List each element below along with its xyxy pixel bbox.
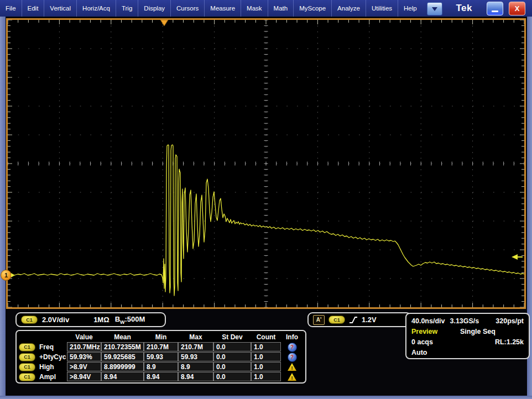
table-row: C1+DtyCyc 59.93% 59.925685 59.93 59.93 0…	[17, 352, 305, 362]
trigger-level: 1.2V	[362, 316, 377, 324]
cell-count: 1.0	[251, 372, 281, 381]
menu-item-trig[interactable]: Trig	[116, 0, 138, 17]
minimize-icon	[492, 11, 498, 12]
input-impedance: 1MΩ	[93, 316, 109, 324]
channel-badge: C1	[19, 343, 35, 351]
cell-stdev: 0.0	[213, 362, 251, 371]
measurement-label: Freq	[39, 343, 54, 351]
vertical-scale: 2.0V/div	[42, 316, 69, 324]
minimize-button[interactable]	[487, 2, 503, 15]
rising-edge-icon	[349, 316, 358, 324]
cell-count: 1.0	[251, 362, 281, 371]
table-row: C1High >8.9V 8.8999999 8.9 8.9 0.0 1.0 !	[17, 362, 305, 372]
header-info: Info	[281, 332, 303, 342]
chevron-down-icon	[432, 7, 437, 11]
cell-min: 8.9	[144, 362, 178, 371]
cell-min: 210.7M	[144, 342, 178, 351]
close-icon: X	[515, 4, 520, 13]
menu-item-mask[interactable]: Mask	[241, 0, 268, 17]
bandwidth-label: BW:500M	[115, 315, 145, 325]
trigger-channel-badge: C1	[328, 316, 345, 324]
waveform-display	[6, 18, 526, 309]
record-length: RL:1.25k	[495, 338, 524, 346]
channel-1-marker-label: 1	[4, 272, 8, 279]
cell-value: >8.9V	[67, 362, 101, 371]
info-question-icon[interactable]: ?	[288, 353, 297, 362]
measurement-label: Ampl	[39, 373, 56, 381]
info-question-icon[interactable]: ?	[288, 343, 297, 352]
trigger-mode: Auto	[411, 349, 427, 356]
cell-min: 8.94	[144, 372, 178, 381]
acquisition-count: 0 acqs	[411, 338, 433, 346]
oscilloscope-screen: File Edit Vertical Horiz/Acq Trig Displa…	[0, 0, 532, 399]
resolution: 320ps/pt	[496, 317, 524, 325]
menu-item-cursors[interactable]: Cursors	[171, 0, 205, 17]
channel-badge: C1	[19, 353, 35, 361]
menu-item-vertical[interactable]: Vertical	[44, 0, 77, 17]
menu-item-horiz-acq[interactable]: Horiz/Acq	[77, 0, 116, 17]
window-frame-bottom	[0, 396, 532, 399]
acquisition-panel[interactable]: 40.0ns/div 3.13GS/s 320ps/pt Preview Sin…	[405, 313, 530, 359]
menu-item-file[interactable]: File	[0, 0, 22, 17]
menu-item-analyze[interactable]: Analyze	[332, 0, 366, 17]
cell-stdev: 0.0	[213, 352, 251, 361]
cell-min: 59.93	[144, 352, 178, 361]
cell-stdev: 0.0	[213, 372, 251, 381]
menu-item-measure[interactable]: Measure	[205, 0, 241, 17]
channel-1-marker[interactable]: 1	[1, 270, 12, 281]
cell-stdev: 0.0	[213, 342, 251, 351]
table-row: C1Freq 210.7MHz 210.72355M 210.7M 210.7M…	[17, 342, 305, 352]
cell-mean: 59.925685	[101, 352, 144, 361]
header-stdev: St Dev	[213, 332, 251, 342]
waveform-plot	[8, 20, 524, 307]
header-max: Max	[178, 332, 213, 342]
menu-item-edit[interactable]: Edit	[22, 0, 45, 17]
measurement-header-row: Value Mean Min Max St Dev Count Info	[17, 332, 305, 342]
cell-max: 59.93	[178, 352, 213, 361]
cell-max: 8.9	[178, 362, 213, 371]
cell-mean: 8.94	[101, 372, 144, 381]
cell-count: 1.0	[251, 352, 281, 361]
measurement-label: High	[39, 363, 54, 371]
table-row: C1Ampl >8.94V 8.94 8.94 8.94 0.0 1.0 !	[17, 372, 305, 382]
channel-badge: C1	[21, 316, 38, 324]
tek-logo: Tek	[456, 3, 472, 14]
cell-mean: 8.8999999	[101, 362, 144, 371]
sequence-mode: Single Seq	[460, 328, 496, 335]
cell-mean: 210.72355M	[101, 342, 144, 351]
menu-item-math[interactable]: Math	[268, 0, 294, 17]
channel-badge: C1	[19, 363, 35, 371]
warning-icon[interactable]: !	[288, 363, 296, 371]
header-min: Min	[144, 332, 178, 342]
cell-value: 59.93%	[67, 352, 101, 361]
trigger-source-badge: A'	[313, 315, 325, 325]
close-button[interactable]: X	[509, 2, 525, 15]
measurement-table: Value Mean Min Max St Dev Count Info C1F…	[15, 330, 306, 384]
cell-count: 1.0	[251, 342, 281, 351]
cell-max: 210.7M	[178, 342, 213, 351]
channel-readout[interactable]: C1 2.0V/div 1MΩ BW:500M	[15, 312, 166, 327]
cell-value: 210.7MHz	[67, 342, 101, 351]
menu-overflow-button[interactable]	[427, 2, 442, 15]
channel-1-arrow-icon	[11, 273, 15, 277]
header-count: Count	[251, 332, 281, 342]
menu-item-help[interactable]: Help	[398, 0, 423, 17]
window-frame-left	[0, 17, 6, 399]
menu-item-myscope[interactable]: MyScope	[294, 0, 332, 17]
acq-mode-status: Preview	[411, 328, 460, 335]
menu-item-display[interactable]: Display	[138, 0, 171, 17]
channel-badge: C1	[19, 373, 35, 381]
sample-rate: 3.13GS/s	[450, 317, 479, 325]
cell-max: 8.94	[178, 372, 213, 381]
header-mean: Mean	[101, 332, 144, 342]
cell-value: >8.94V	[67, 372, 101, 381]
menu-item-utilities[interactable]: Utilities	[366, 0, 398, 17]
menu-bar: File Edit Vertical Horiz/Acq Trig Displa…	[0, 0, 532, 17]
measurement-label: +DtyCyc	[39, 353, 66, 361]
trigger-readout[interactable]: A' C1 1.2V	[307, 312, 411, 327]
warning-icon[interactable]: !	[288, 373, 296, 381]
header-value: Value	[67, 332, 101, 342]
timebase: 40.0ns/div	[411, 317, 445, 325]
